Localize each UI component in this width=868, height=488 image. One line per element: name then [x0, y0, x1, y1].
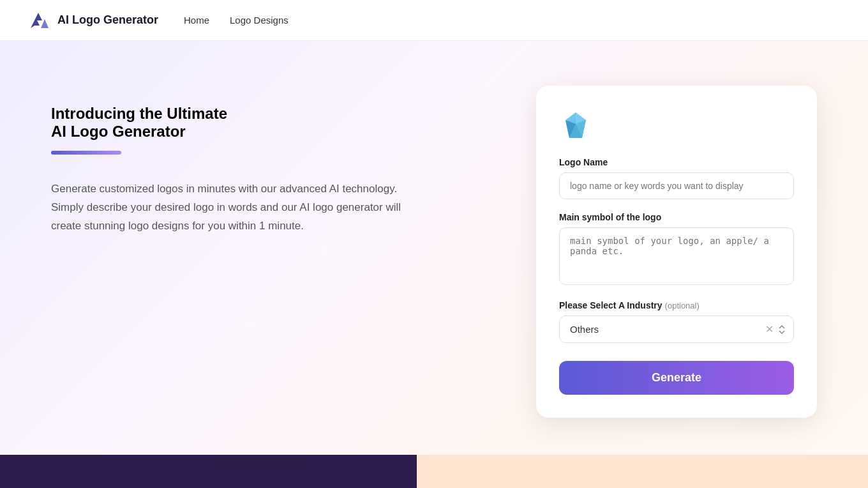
nav-logo-designs-link[interactable]: Logo Designs: [230, 15, 288, 26]
logo-name-field: Logo Name: [559, 157, 794, 199]
nav-logo-link[interactable]: AI Logo Generator: [26, 8, 158, 33]
bottom-peach-section: [417, 455, 868, 488]
hero-title: Introducing the Ultimate AI Logo Generat…: [51, 105, 485, 141]
hero-description: Generate customized logos in minutes wit…: [51, 180, 421, 236]
industry-label: Please Select A Industry(optional): [559, 300, 794, 310]
logo-name-label: Logo Name: [559, 157, 794, 167]
symbol-label: Main symbol of the logo: [559, 212, 794, 222]
industry-field: Please Select A Industry(optional) Other…: [559, 300, 794, 343]
logo-name-input[interactable]: [559, 172, 794, 199]
select-wrapper: Others Technology Finance Healthcare Edu…: [559, 316, 794, 343]
navbar: AI Logo Generator Home Logo Designs: [0, 0, 868, 41]
bottom-bar: [0, 455, 868, 488]
generate-button[interactable]: Generate: [559, 361, 794, 395]
industry-select[interactable]: Others Technology Finance Healthcare Edu…: [559, 316, 794, 343]
hero-left: Introducing the Ultimate AI Logo Generat…: [51, 92, 485, 236]
bottom-dark-section: [0, 455, 417, 488]
symbol-field: Main symbol of the logo: [559, 212, 794, 287]
select-clear-icon[interactable]: ✕: [765, 323, 774, 335]
hero-underline: [51, 151, 121, 155]
hero-section: Introducing the Ultimate AI Logo Generat…: [0, 41, 868, 488]
nav-links: Home Logo Designs: [184, 15, 288, 26]
nav-logo-text: AI Logo Generator: [57, 13, 158, 27]
symbol-textarea[interactable]: [559, 227, 794, 285]
nav-home-link[interactable]: Home: [184, 15, 209, 26]
nav-logo-icon: [26, 8, 51, 33]
form-card: Logo Name Main symbol of the logo Please…: [536, 86, 817, 418]
gem-icon: [559, 109, 592, 142]
